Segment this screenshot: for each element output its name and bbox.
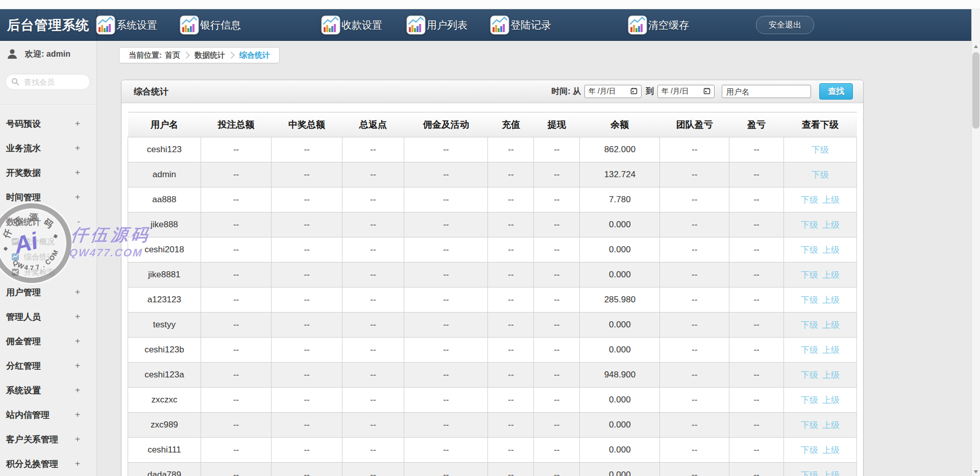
cell: -- [729, 463, 784, 476]
view-superior-link[interactable]: 上级 [822, 195, 840, 205]
sidebar-subitem-4-2[interactable]: 开奖检测 [0, 265, 96, 280]
view-subordinate-link[interactable]: 下级 [801, 320, 818, 330]
top-nav: 系统设置 银行信息 收款 [96, 9, 689, 41]
cell: -- [534, 212, 580, 237]
topnav-item-1[interactable]: 银行信息 [180, 15, 241, 35]
date-to-input[interactable]: 年 /月/日 [657, 85, 715, 98]
view-superior-link[interactable]: 上级 [822, 420, 840, 430]
sidebar-item-6[interactable]: 管理人员 + [0, 304, 96, 329]
view-superior-link[interactable]: 上级 [822, 270, 840, 280]
calendar-icon[interactable] [630, 87, 638, 96]
sidebar-item-2[interactable]: 开奖数据 + [0, 160, 96, 185]
cell: -- [404, 288, 488, 313]
expand-toggle-icon[interactable]: + [75, 287, 80, 297]
view-subordinate-link[interactable]: 下级 [801, 370, 818, 380]
sidebar-item-12[interactable]: 积分兑换管理 + [0, 451, 96, 476]
expand-toggle-icon[interactable]: + [75, 118, 80, 129]
topnav-item-5[interactable]: 清空缓存 [628, 15, 689, 35]
view-superior-link[interactable]: 上级 [822, 370, 840, 380]
table-row: zxc989------------0.000----下级上级 [128, 413, 857, 438]
sidebar-item-9[interactable]: 系统设置 + [0, 378, 96, 402]
sidebar-item-8[interactable]: 分红管理 + [0, 353, 96, 378]
expand-toggle-icon[interactable]: + [75, 410, 80, 420]
view-subordinate-link[interactable]: 下级 [801, 220, 818, 230]
view-subordinate-link[interactable]: 下级 [801, 295, 818, 305]
cell: -- [729, 237, 784, 263]
view-subordinate-link[interactable]: 下级 [801, 195, 818, 205]
expand-toggle-icon[interactable]: + [75, 361, 80, 371]
sidebar-item-0[interactable]: 号码预设 + [0, 111, 96, 136]
expand-toggle-icon[interactable]: + [75, 192, 80, 202]
search-button[interactable]: 查找 [819, 83, 853, 100]
topnav-item-0[interactable]: 系统设置 [96, 15, 157, 35]
expand-toggle-icon[interactable]: + [75, 143, 80, 153]
view-subordinate-link[interactable]: 下级 [812, 145, 829, 155]
topnav-item-2[interactable]: 收款设置 [321, 15, 382, 35]
cell-username: ceshi123 [128, 137, 201, 162]
topnav-item-3[interactable]: 用户列表 [406, 15, 468, 35]
breadcrumb-item-1[interactable]: 数据统计 [194, 51, 225, 60]
breadcrumb-item-2[interactable]: 综合统计 [239, 51, 270, 60]
cell-username: a123123 [128, 288, 201, 313]
sidebar-subitem-4-0[interactable]: 统计概况 [0, 234, 96, 249]
cell: 948.900 [580, 363, 660, 388]
expand-toggle-icon[interactable]: + [75, 385, 80, 395]
expand-toggle-icon[interactable]: + [75, 336, 80, 346]
view-subordinate-link[interactable]: 下级 [801, 245, 818, 255]
expand-toggle-icon[interactable]: + [75, 312, 80, 322]
view-subordinate-link[interactable]: 下级 [801, 395, 818, 405]
column-header-0: 用户名 [128, 112, 201, 137]
cell: -- [534, 413, 580, 438]
sidebar-item-5[interactable]: 用户管理 + [0, 280, 96, 304]
expand-toggle-icon[interactable]: + [75, 168, 80, 178]
date-from-input[interactable]: 年 /月/日 [584, 85, 642, 98]
cell: -- [534, 463, 580, 476]
view-subordinate-link[interactable]: 下级 [812, 170, 829, 180]
view-subordinate-link[interactable]: 下级 [801, 420, 818, 430]
expand-toggle-icon[interactable]: + [75, 459, 80, 469]
sidebar-subitem-label: 开奖检测 [24, 268, 55, 277]
cell: -- [488, 313, 534, 338]
sidebar-menu: 号码预设 + 业务流水 + 开奖数据 + 时间管理 + 数据统计 - 统计概况 … [0, 105, 96, 476]
calendar-icon[interactable] [703, 87, 710, 96]
expand-toggle-icon[interactable]: - [77, 217, 80, 227]
view-superior-link[interactable]: 上级 [822, 320, 840, 330]
cell: -- [488, 187, 534, 212]
view-subordinate-link[interactable]: 下级 [801, 270, 818, 280]
username-filter-input[interactable] [722, 85, 811, 98]
scroll-up-button[interactable] [972, 42, 980, 51]
scroll-thumb[interactable] [972, 52, 979, 129]
sidebar-item-7[interactable]: 佣金管理 + [0, 329, 96, 353]
sidebar-item-3[interactable]: 时间管理 + [0, 185, 96, 209]
view-superior-link[interactable]: 上级 [822, 395, 840, 405]
cell: -- [272, 338, 342, 363]
sidebar-item-4[interactable]: 数据统计 - [0, 209, 96, 234]
sidebar-item-11[interactable]: 客户关系管理 + [0, 427, 96, 451]
table-row: ceshi123a------------948.900----下级上级 [128, 363, 857, 388]
cell: -- [488, 162, 534, 187]
view-subordinate-link[interactable]: 下级 [801, 470, 818, 476]
scrollbar[interactable] [971, 9, 980, 476]
view-superior-link[interactable]: 上级 [822, 220, 840, 230]
view-subordinate-link[interactable]: 下级 [801, 345, 818, 355]
cell: -- [660, 162, 729, 187]
cell: -- [660, 388, 729, 413]
sidebar-item-label: 用户管理 [6, 287, 41, 298]
view-superior-link[interactable]: 上级 [822, 245, 840, 255]
cell-view-links: 下级上级 [784, 413, 857, 438]
expand-toggle-icon[interactable]: + [75, 434, 80, 444]
logout-button[interactable]: 安全退出 [756, 16, 814, 34]
view-subordinate-link[interactable]: 下级 [801, 445, 818, 455]
sidebar-item-10[interactable]: 站内信管理 + [0, 402, 96, 427]
sidebar-item-1[interactable]: 业务流水 + [0, 136, 96, 160]
view-superior-link[interactable]: 上级 [822, 295, 840, 305]
cell-view-links: 下级上级 [784, 463, 857, 476]
cell: -- [729, 438, 784, 463]
sidebar-subitem-4-1[interactable]: 综合统计 [0, 249, 96, 265]
view-superior-link[interactable]: 上级 [822, 470, 840, 476]
scroll-down-button[interactable] [972, 467, 980, 476]
view-superior-link[interactable]: 上级 [822, 345, 840, 355]
topnav-item-4[interactable]: 登陆记录 [490, 15, 551, 35]
view-superior-link[interactable]: 上级 [822, 445, 840, 455]
cell: -- [342, 313, 404, 338]
